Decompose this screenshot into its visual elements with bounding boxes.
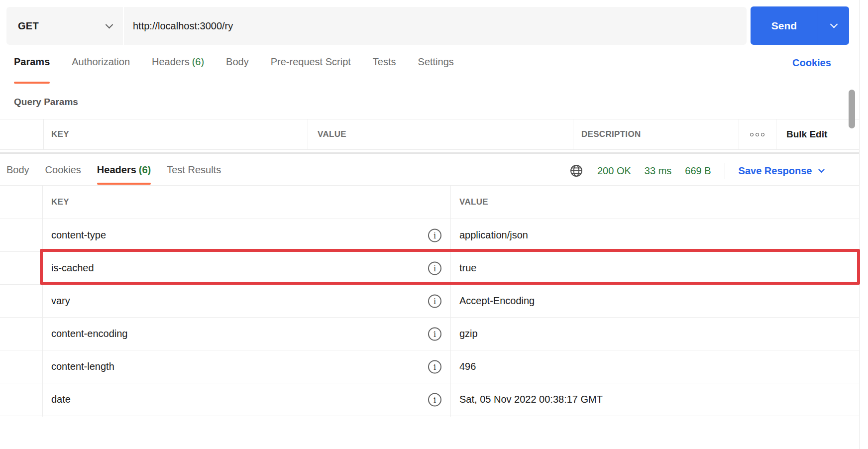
tab-label: Body	[226, 56, 249, 67]
column-divider	[573, 119, 573, 149]
header-value-cell: Sat, 05 Nov 2022 00:38:17 GMT	[459, 383, 603, 416]
send-button-label[interactable]: Send	[751, 6, 818, 45]
column-header-value: VALUE	[459, 186, 488, 219]
query-params-table-header: KEY VALUE DESCRIPTION Bulk Edit	[0, 119, 859, 150]
network-globe-icon[interactable]	[569, 163, 584, 178]
chevron-down-icon	[830, 20, 838, 28]
header-value-cell: Accept-Encoding	[459, 285, 535, 317]
tab-tests[interactable]: Tests	[373, 56, 396, 68]
header-key-cell: content-encoding	[51, 318, 127, 350]
header-key-cell: is-cached	[51, 252, 94, 284]
header-value-cell: 496	[459, 350, 476, 383]
more-options-icon[interactable]	[745, 119, 769, 149]
headers-count-badge: (6)	[192, 56, 204, 67]
tab-response-cookies[interactable]: Cookies	[45, 164, 81, 176]
url-input[interactable]	[124, 7, 747, 45]
response-table-header: KEY VALUE	[0, 186, 859, 219]
table-row-is-cached: is-cached i true	[0, 252, 859, 285]
info-icon[interactable]: i	[428, 360, 441, 373]
info-icon[interactable]: i	[428, 327, 441, 340]
method-selector[interactable]: GET	[6, 7, 123, 45]
tab-label: Pre-request Script	[271, 56, 351, 67]
column-divider	[43, 119, 44, 149]
response-time[interactable]: 33 ms	[645, 165, 671, 177]
tab-authorization[interactable]: Authorization	[72, 56, 130, 68]
header-value-cell: gzip	[459, 318, 478, 350]
column-divider	[308, 119, 308, 149]
header-value-cell: application/json	[459, 219, 528, 251]
tab-body[interactable]: Body	[226, 56, 249, 68]
table-row-content-type: content-type i application/json	[0, 219, 859, 252]
tab-label: Headers	[97, 164, 136, 175]
column-divider	[42, 186, 43, 417]
tab-response-body[interactable]: Body	[6, 164, 29, 176]
response-size[interactable]: 669 B	[685, 165, 711, 177]
table-row-date: date i Sat, 05 Nov 2022 00:38:17 GMT	[0, 383, 859, 416]
chevron-down-icon	[819, 166, 825, 173]
table-row-content-length: content-length i 496	[0, 350, 859, 383]
tab-label: Body	[6, 164, 29, 175]
status-code[interactable]: 200 OK	[597, 165, 631, 177]
info-icon[interactable]: i	[428, 261, 441, 275]
tab-label: Params	[14, 56, 50, 67]
tab-label: Settings	[418, 56, 454, 67]
chevron-down-icon	[106, 20, 113, 28]
column-divider	[739, 119, 739, 149]
info-icon[interactable]: i	[428, 393, 441, 406]
bulk-edit-button[interactable]: Bulk Edit	[786, 119, 827, 149]
tab-params[interactable]: Params	[14, 56, 50, 68]
status-separator	[725, 163, 725, 179]
column-header-description: DESCRIPTION	[581, 119, 641, 149]
url-field-container	[124, 7, 747, 45]
response-headers-table: KEY VALUE content-type i application/jso…	[0, 186, 859, 416]
request-tabs: Params Authorization Headers(6) Body Pre…	[14, 56, 454, 68]
method-label: GET	[18, 20, 39, 32]
header-key-cell: content-length	[51, 350, 114, 383]
column-header-key: KEY	[51, 186, 69, 219]
send-button[interactable]: Send	[751, 6, 849, 45]
query-params-title: Query Params	[14, 97, 78, 108]
header-key-cell: content-type	[51, 219, 106, 251]
response-tabs: Body Cookies Headers(6) Test Results	[6, 164, 221, 176]
tab-headers[interactable]: Headers(6)	[152, 56, 204, 68]
tab-label: Authorization	[72, 56, 130, 67]
section-divider	[0, 152, 859, 154]
tab-response-headers[interactable]: Headers(6)	[97, 164, 151, 176]
info-icon[interactable]: i	[428, 294, 441, 308]
info-icon[interactable]: i	[428, 228, 441, 242]
header-value-cell: true	[459, 252, 476, 284]
tab-label: Test Results	[167, 164, 221, 175]
tab-label: Tests	[373, 56, 396, 67]
column-header-value: VALUE	[318, 119, 346, 149]
cookies-link[interactable]: Cookies	[792, 57, 831, 69]
save-response-label: Save Response	[739, 165, 812, 177]
tab-pre-request-script[interactable]: Pre-request Script	[271, 56, 351, 68]
panel-right-border	[859, 0, 860, 449]
header-key-cell: date	[51, 383, 71, 416]
column-header-key: KEY	[51, 119, 69, 149]
vertical-scrollbar[interactable]	[849, 90, 855, 128]
column-divider	[450, 186, 451, 417]
headers-count-badge: (6)	[139, 164, 151, 175]
tab-settings[interactable]: Settings	[418, 56, 454, 68]
tab-label: Cookies	[45, 164, 81, 175]
response-status-bar: 200 OK 33 ms 669 B Save Response	[569, 163, 824, 179]
tab-test-results[interactable]: Test Results	[167, 164, 221, 176]
header-key-cell: vary	[51, 285, 70, 317]
column-divider	[776, 119, 776, 149]
table-row-content-encoding: content-encoding i gzip	[0, 318, 859, 350]
save-response-button[interactable]: Save Response	[739, 165, 824, 177]
send-options-button[interactable]	[818, 6, 849, 45]
tab-label: Headers	[152, 56, 190, 67]
table-row-vary: vary i Accept-Encoding	[0, 285, 859, 318]
